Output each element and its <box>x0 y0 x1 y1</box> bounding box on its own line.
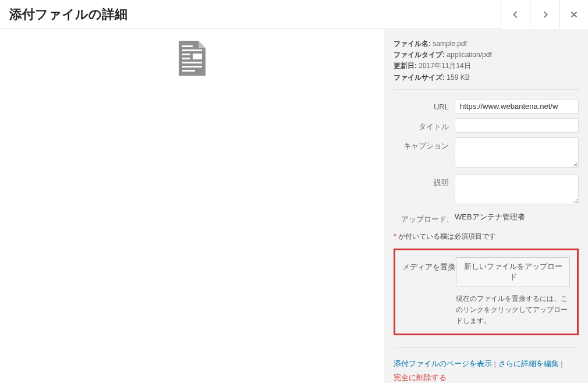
title-row: タイトル <box>394 118 579 133</box>
divider <box>394 89 579 90</box>
chevron-left-icon <box>511 9 521 20</box>
view-attachment-link[interactable]: 添付ファイルのページを表示 <box>394 359 492 368</box>
date-row: 更新日: 2017年11月14日 <box>394 61 579 72</box>
size-value: 159 KB <box>447 73 469 81</box>
svg-rect-2 <box>182 54 190 55</box>
caption-label: キャプション <box>394 137 455 151</box>
date-value: 2017年11月14日 <box>419 62 470 70</box>
asterisk: * <box>394 232 396 240</box>
uploader-row: アップロード: WEBアンテナ管理者 <box>394 211 579 225</box>
url-input[interactable] <box>455 99 579 114</box>
close-icon <box>569 9 579 20</box>
date-label: 更新日: <box>394 62 417 70</box>
replace-help-text: 現在のファイルを置換するには、このリンクをクリックしてアップロードします。 <box>456 293 570 327</box>
link-separator: | <box>492 359 498 368</box>
replace-media-box: メディアを置換 新しいファイルをアップロード 現在のファイルを置換するには、この… <box>394 249 579 336</box>
edit-details-link[interactable]: さらに詳細を編集 <box>498 359 559 368</box>
caption-textarea[interactable] <box>455 137 579 168</box>
svg-rect-3 <box>193 54 202 59</box>
title-label: タイトル <box>394 118 455 132</box>
link-separator: | <box>559 359 563 368</box>
divider <box>394 347 579 347</box>
chevron-right-icon <box>540 9 550 20</box>
description-row: 説明 <box>394 174 579 206</box>
url-label: URL <box>394 99 455 111</box>
next-button[interactable] <box>530 0 559 29</box>
description-textarea[interactable] <box>455 174 579 204</box>
size-label: ファイルサイズ: <box>394 73 445 81</box>
details-sidebar: ファイル名: sample.pdf ファイルタイプ: application/p… <box>384 29 588 383</box>
modal-body: ファイル名: sample.pdf ファイルタイプ: application/p… <box>0 29 588 383</box>
replace-label: メディアを置換 <box>402 257 456 272</box>
filetype-value: application/pdf <box>447 51 491 59</box>
svg-rect-5 <box>182 62 202 63</box>
svg-rect-1 <box>182 49 202 51</box>
svg-rect-4 <box>182 58 190 59</box>
filetype-row: ファイルタイプ: application/pdf <box>394 49 579 61</box>
modal-title: 添付ファイルの詳細 <box>0 6 501 23</box>
file-info: ファイル名: sample.pdf ファイルタイプ: application/p… <box>394 38 579 83</box>
preview-area <box>0 29 384 383</box>
delete-permanently-link[interactable]: 完全に削除する <box>394 373 447 382</box>
modal-header: 添付ファイルの詳細 <box>0 0 588 29</box>
uploader-label: アップロード: <box>394 211 455 225</box>
filetype-label: ファイルタイプ: <box>394 51 445 59</box>
svg-rect-0 <box>182 45 193 47</box>
url-row: URL <box>394 99 579 114</box>
prev-button[interactable] <box>501 0 530 29</box>
filename-label: ファイル名: <box>394 40 431 48</box>
filename-value: sample.pdf <box>433 40 467 48</box>
action-links: 添付ファイルのページを表示 | さらに詳細を編集 | 完全に削除する <box>394 357 579 383</box>
uploader-value: WEBアンテナ管理者 <box>455 211 579 222</box>
close-button[interactable] <box>559 0 588 29</box>
filename-row: ファイル名: sample.pdf <box>394 38 579 49</box>
svg-rect-7 <box>182 70 195 72</box>
description-label: 説明 <box>394 174 455 188</box>
required-note: * が付いている欄は必須項目です <box>394 232 579 242</box>
title-input[interactable] <box>455 118 579 133</box>
upload-new-file-button[interactable]: 新しいファイルをアップロード <box>456 257 570 286</box>
size-row: ファイルサイズ: 159 KB <box>394 72 579 83</box>
document-icon <box>179 41 206 77</box>
svg-rect-6 <box>182 66 202 68</box>
caption-row: キャプション <box>394 137 579 169</box>
required-text: が付いている欄は必須項目です <box>398 232 496 240</box>
